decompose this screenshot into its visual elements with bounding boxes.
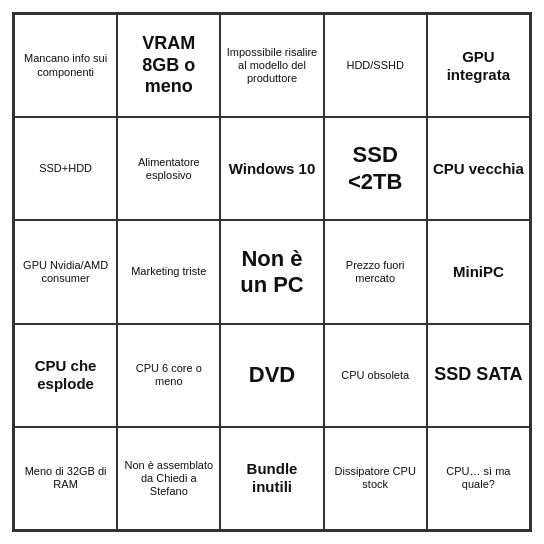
cell-r0c2[interactable]: Impossibile risalire al modello del prod… [220,14,323,117]
cell-r0c0[interactable]: Mancano info sui componenti [14,14,117,117]
cell-r4c2[interactable]: Bundle inutili [220,427,323,530]
cell-r1c3[interactable]: SSD <2TB [324,117,427,220]
cell-r3c0[interactable]: CPU che esplode [14,324,117,427]
cell-r3c2[interactable]: DVD [220,324,323,427]
bingo-grid: Mancano info sui componentiVRAM 8GB o me… [14,14,530,530]
cell-r0c4[interactable]: GPU integrata [427,14,530,117]
cell-r4c4[interactable]: CPU… sì ma quale? [427,427,530,530]
cell-r2c3[interactable]: Prezzo fuori mercato [324,220,427,323]
cell-r4c1[interactable]: Non è assemblato da Chiedi a Stefano [117,427,220,530]
cell-r3c4[interactable]: SSD SATA [427,324,530,427]
cell-r2c0[interactable]: GPU Nvidia/AMD consumer [14,220,117,323]
cell-r3c3[interactable]: CPU obsoleta [324,324,427,427]
cell-r3c1[interactable]: CPU 6 core o meno [117,324,220,427]
cell-r4c0[interactable]: Meno di 32GB di RAM [14,427,117,530]
cell-r1c0[interactable]: SSD+HDD [14,117,117,220]
cell-r4c3[interactable]: Dissipatore CPU stock [324,427,427,530]
bingo-board: Mancano info sui componentiVRAM 8GB o me… [12,12,532,532]
cell-r2c4[interactable]: MiniPC [427,220,530,323]
cell-r0c3[interactable]: HDD/SSHD [324,14,427,117]
cell-r2c1[interactable]: Marketing triste [117,220,220,323]
cell-r1c1[interactable]: Alimentatore esplosivo [117,117,220,220]
cell-r1c4[interactable]: CPU vecchia [427,117,530,220]
cell-r0c1[interactable]: VRAM 8GB o meno [117,14,220,117]
cell-r1c2[interactable]: Windows 10 [220,117,323,220]
cell-r2c2[interactable]: Non è un PC [220,220,323,323]
